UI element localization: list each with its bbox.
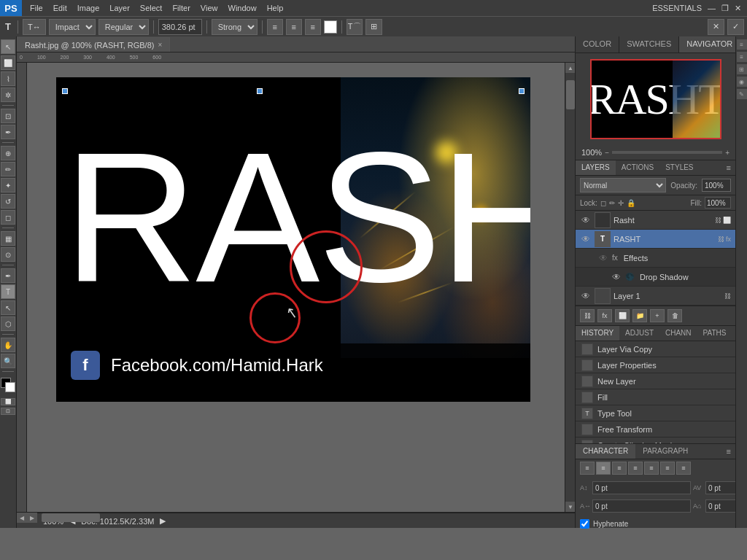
close-btn[interactable]: ✕	[735, 4, 741, 13]
eyedropper-tool[interactable]: ✒	[1, 125, 15, 139]
photoshop-canvas[interactable]: RASHT	[56, 77, 530, 402]
char-input-1[interactable]	[592, 481, 691, 494]
vscroll-thumb[interactable]	[566, 80, 575, 109]
vscroll-track[interactable]	[565, 73, 575, 502]
cancel-btn[interactable]: ✕	[708, 19, 724, 35]
mini-btn-5[interactable]: ✎	[737, 89, 747, 99]
tab-close-btn[interactable]: ×	[158, 41, 162, 49]
foreground-background[interactable]	[1, 378, 15, 392]
char-align-right[interactable]: ≡	[612, 462, 627, 475]
history-type-tool[interactable]: T Type Tool	[576, 405, 735, 421]
zoom-tool[interactable]: 🔍	[1, 354, 15, 368]
tab-swatches[interactable]: SWATCHES	[619, 36, 679, 52]
warp-text-btn[interactable]: T⌒	[347, 19, 363, 35]
mini-btn-2[interactable]: ≡	[737, 52, 747, 62]
magic-wand-tool[interactable]: ✲	[1, 88, 15, 102]
lock-transparent-icon[interactable]: ◻	[600, 199, 606, 207]
dodge-tool[interactable]: ⊙	[1, 247, 15, 262]
gradient-tool[interactable]: ▦	[1, 231, 15, 246]
font-style-select[interactable]: Regular	[98, 19, 149, 35]
align-center-btn[interactable]: ≡	[286, 19, 302, 35]
layer-rasht-text[interactable]: 👁 T RASHT ⛓ fx	[576, 230, 735, 249]
layer-drop-shadow[interactable]: 👁 🌑 Drop Shadow	[576, 268, 735, 287]
tab-channels[interactable]: CHANN	[659, 326, 697, 341]
tab-adjust[interactable]: ADJUST	[619, 326, 659, 341]
shape-tool[interactable]: ⬡	[1, 316, 15, 331]
font-family-select[interactable]: Impact	[49, 19, 96, 35]
new-group-btn[interactable]: 📁	[632, 309, 647, 322]
screen-mode-btn[interactable]: ⊡	[1, 408, 15, 415]
history-fill[interactable]: Fill	[576, 389, 735, 405]
type-tool[interactable]: T	[1, 284, 15, 299]
text-color-swatch[interactable]	[324, 20, 337, 34]
lock-all-icon[interactable]: 🔒	[627, 199, 635, 207]
history-clipping-mask[interactable]: Create Clipping Mask	[576, 438, 735, 443]
history-new-layer[interactable]: New Layer	[576, 373, 735, 389]
mini-btn-4[interactable]: ◉	[737, 77, 747, 87]
fill-input[interactable]	[705, 197, 731, 209]
heal-tool[interactable]: ⊕	[1, 146, 15, 160]
layers-panel-close[interactable]: ≡	[722, 160, 735, 175]
menu-view[interactable]: View	[196, 2, 223, 14]
tab-character[interactable]: CHARACTER	[576, 444, 635, 459]
tab-navigator[interactable]: NAVIGATOR	[679, 36, 740, 52]
history-layer-via-copy[interactable]: Layer Via Copy	[576, 341, 735, 357]
menu-window[interactable]: Window	[223, 2, 262, 14]
hscroll-right-btn[interactable]: ▶	[27, 513, 37, 523]
menu-edit[interactable]: Edit	[48, 2, 72, 14]
history-layer-properties[interactable]: Layer Properties	[576, 357, 735, 373]
char-input-3[interactable]	[592, 499, 691, 513]
path-tool[interactable]: ↖	[1, 300, 15, 315]
tab-color[interactable]: COLOR	[576, 36, 619, 52]
quick-mask-btn[interactable]: ⬜	[1, 398, 15, 405]
menu-select[interactable]: Select	[135, 2, 168, 14]
hand-tool[interactable]: ✋	[1, 338, 15, 352]
clone-tool[interactable]: ✦	[1, 178, 15, 192]
layer-1[interactable]: 👁 Layer 1 ⛓	[576, 287, 735, 306]
vscroll-down-btn[interactable]: ▼	[565, 502, 575, 512]
brush-tool[interactable]: ✏	[1, 162, 15, 176]
char-align-center[interactable]: ≡	[596, 462, 611, 475]
move-tool[interactable]: ↖	[1, 39, 15, 54]
lasso-tool[interactable]: ⌇	[1, 71, 15, 86]
background-color[interactable]	[5, 382, 15, 392]
layer-vis-drop-shadow[interactable]: 👁	[611, 271, 622, 283]
hscroll-left-btn[interactable]: ◀	[17, 513, 27, 523]
tab-styles[interactable]: STYLES	[659, 160, 699, 175]
restore-btn[interactable]: ❐	[721, 4, 729, 13]
minimize-btn[interactable]: —	[708, 4, 716, 12]
nav-zoom-in-icon[interactable]: +	[725, 149, 729, 157]
char-justify-left[interactable]: ≡	[628, 462, 643, 475]
tab-actions[interactable]: ACTIONS	[616, 160, 659, 175]
status-arrow-right[interactable]: ▶	[160, 516, 166, 526]
tab-history[interactable]: HISTORY	[576, 326, 619, 341]
mini-btn-3[interactable]: ⊞	[737, 64, 747, 74]
layer-vis-effects[interactable]: 👁	[597, 252, 609, 264]
menu-layer[interactable]: Layer	[104, 2, 135, 14]
layer-rasht[interactable]: 👁 Rasht ⛓ ⬜	[576, 211, 735, 230]
tab-paths[interactable]: PATHS	[697, 326, 732, 341]
tab-paragraph[interactable]: PARAGRAPH	[635, 444, 695, 459]
eraser-tool[interactable]: ◻	[1, 210, 15, 225]
hscroll-thumb[interactable]	[42, 513, 100, 522]
new-layer-btn[interactable]: +	[650, 309, 665, 322]
layer-effects[interactable]: 👁 fx Effects	[576, 249, 735, 268]
pen-tool[interactable]: ✒	[1, 268, 15, 283]
char-justify-right[interactable]: ≡	[660, 462, 675, 475]
mini-btn-1[interactable]: ≡	[737, 39, 747, 50]
char-panel-close[interactable]: ≡	[722, 444, 735, 459]
confirm-btn[interactable]: ✓	[727, 19, 744, 35]
menu-help[interactable]: Help	[262, 2, 289, 14]
delete-layer-btn[interactable]: 🗑	[667, 309, 682, 322]
align-left-btn[interactable]: ≡	[267, 19, 283, 35]
link-layers-btn[interactable]: ⛓	[580, 309, 595, 322]
layer-vis-rasht-text[interactable]: 👁	[580, 233, 592, 245]
layer-vis-rasht[interactable]: 👁	[580, 214, 592, 226]
options-btn[interactable]: ⊞	[365, 19, 382, 35]
opacity-input[interactable]	[702, 179, 731, 192]
nav-zoom-slider[interactable]	[612, 151, 722, 154]
horizontal-scrollbar[interactable]: ◀ ▶	[17, 513, 37, 523]
vscroll-up-btn[interactable]: ▲	[565, 63, 575, 73]
char-justify-center[interactable]: ≡	[644, 462, 659, 475]
char-align-left[interactable]: ≡	[580, 462, 595, 475]
